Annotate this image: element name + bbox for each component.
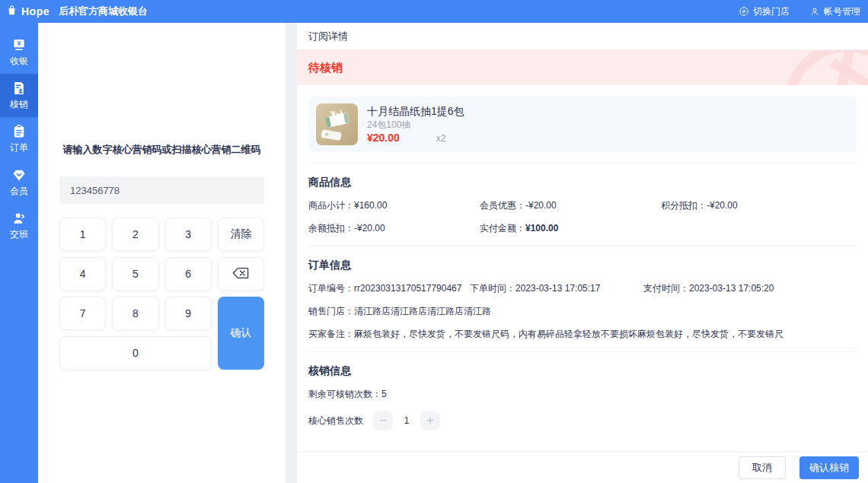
pay-time: 支付时间：2023-03-13 17:05:20 [643,282,774,295]
app-title: 后朴官方商城收银台 [59,5,148,18]
switch-circle-icon [739,6,749,17]
sidebar-nav: ¥ 收银 核销 订单 会员 交班 [0,23,38,483]
code-input-value: 123456778 [70,185,120,196]
keypad-button-7[interactable]: 7 [59,297,106,330]
status-banner: 待核销 [297,50,868,85]
verify-count-label: 核心销售次数 [308,415,363,427]
keypad-button-3[interactable]: 3 [165,218,212,251]
stepper-plus-button[interactable]: + [420,411,440,431]
product-price: ¥20.00 [367,132,400,144]
keypad-button-6[interactable]: 6 [165,257,212,291]
status-badge: 待核销 [308,61,343,75]
verify-info-title: 核销信息 [308,364,857,378]
order-time: 下单时间：2023-03-13 17:05:17 [470,282,643,295]
cancel-button[interactable]: 取消 [739,456,786,479]
detail-body: 十月结晶纸抽1提6包 24包100抽 ¥20.00 x2 商品信息 商品小计：¥… [297,85,868,451]
logo-text: Hope [21,5,49,17]
keypad-button-5[interactable]: 5 [112,257,158,291]
topbar-actions: 切换门店 帐号管理 [739,5,868,18]
switch-store-label: 切换门店 [753,5,790,18]
cash-register-icon: ¥ [11,37,27,52]
keypad-clear-button[interactable]: 清除 [218,218,264,251]
balance-deduction: 余额抵扣：-¥20.00 [308,222,480,235]
remaining-times-row: 剩余可核销次数：5 [308,388,857,401]
sidebar-item-label: 订单 [10,141,28,154]
goods-info-row: 余额抵扣：-¥20.00 实付金额：¥100.00 [308,222,857,235]
product-card: 十月结晶纸抽1提6包 24包100抽 ¥20.00 x2 [308,97,857,152]
product-name: 十月结晶纸抽1提6包 [367,105,464,119]
goods-info-title: 商品信息 [308,176,857,189]
keypad-button-4[interactable]: 4 [59,257,106,291]
account-manage-label: 帐号管理 [824,5,860,18]
plus-icon: + [426,414,433,427]
account-manage-button[interactable]: 帐号管理 [809,5,860,18]
goods-subtotal: 商品小计：¥160.00 [308,199,480,212]
confirm-verify-button[interactable]: 确认核销 [799,456,859,479]
topbar: Hope 后朴官方商城收银台 切换门店 帐号管理 [0,0,868,23]
code-entry-prompt: 请输入数字核心营销码或扫描核心营销二维码 [59,143,264,157]
verify-count-value: 1 [393,415,420,426]
keypad-button-9[interactable]: 9 [165,297,212,330]
code-input[interactable]: 123456778 [59,176,264,204]
backspace-icon [232,267,249,281]
member-gem-icon [11,167,27,183]
member-discount: 会员优惠：-¥20.00 [480,199,661,212]
remaining-times: 剩余可核销次数：5 [308,388,387,401]
minus-icon: − [379,414,386,427]
detail-header: 订阅详情 [297,23,868,50]
order-remark-row: 买家备注：麻烦包装好，尽快发货，不要发错尺码，内有易碎品轻拿轻放不要损坏麻烦包装… [308,328,857,341]
order-info-row: 订单编号：rr20230313170517790467 下单时间：2023-03… [308,282,857,295]
points-deduction: 积分抵扣：-¥20.00 [661,199,738,212]
verify-count-stepper: 核心销售次数 − 1 + [308,411,857,431]
product-image [316,103,358,145]
goods-info-row: 商品小计：¥160.00 会员优惠：-¥20.00 积分抵扣：-¥20.00 [308,199,857,212]
keypad-confirm-button[interactable]: 确认 [218,297,264,370]
sidebar-item-members[interactable]: 会员 [0,160,38,204]
verify-doc-icon [11,81,27,96]
sidebar-item-cashier[interactable]: ¥ 收银 [0,30,38,74]
product-quantity: x2 [436,133,446,144]
order-info-title: 订单信息 [308,259,857,272]
sidebar-item-orders[interactable]: 订单 [0,117,38,160]
shopping-bag-icon [6,5,18,19]
product-spec: 24包100抽 [367,119,464,132]
order-detail-panel: 订阅详情 待核销 [297,23,868,483]
sidebar-item-shift[interactable]: 交班 [0,204,38,247]
sidebar-item-label: 会员 [10,185,28,198]
order-clipboard-icon [11,124,27,139]
section-divider [308,246,857,246]
shift-person-icon [11,211,27,226]
svg-text:¥: ¥ [18,39,21,46]
app-logo: Hope [0,5,59,19]
detail-header-title: 订阅详情 [308,30,348,43]
sidebar-item-label: 核销 [10,98,28,111]
detail-footer: 取消 确认核销 [297,451,868,483]
buyer-remark: 买家备注：麻烦包装好，尽快发货，不要发错尺码，内有易碎品轻拿轻放不要损坏麻烦包装… [308,328,783,341]
keypad-button-1[interactable]: 1 [59,218,106,251]
section-divider [308,351,857,352]
numeric-keypad: 1 2 3 清除 4 5 6 7 8 9 确认 0 [59,218,264,370]
order-store-row: 销售门店：清江路店清江路店清江路店清江路 [308,305,857,318]
sidebar-item-label: 收银 [10,55,28,68]
keypad-backspace-button[interactable] [218,257,264,291]
stepper-minus-button[interactable]: − [373,411,393,431]
keypad-button-8[interactable]: 8 [112,297,158,330]
verification-code-panel: 请输入数字核心营销码或扫描核心营销二维码 123456778 1 2 3 清除 … [38,23,286,483]
order-number: 订单编号：rr20230313170517790467 [308,282,470,295]
user-icon [809,6,820,17]
switch-store-button[interactable]: 切换门店 [739,5,790,18]
paid-amount: 实付金额：¥100.00 [480,222,661,235]
section-divider [308,163,857,164]
keypad-button-2[interactable]: 2 [112,218,158,251]
product-info: 十月结晶纸抽1提6包 24包100抽 ¥20.00 x2 [367,103,464,145]
sidebar-item-label: 交班 [10,228,28,241]
sales-store: 销售门店：清江路店清江路店清江路店清江路 [308,305,491,318]
sidebar-item-verify[interactable]: 核销 [0,74,38,117]
keypad-button-0[interactable]: 0 [59,336,212,370]
